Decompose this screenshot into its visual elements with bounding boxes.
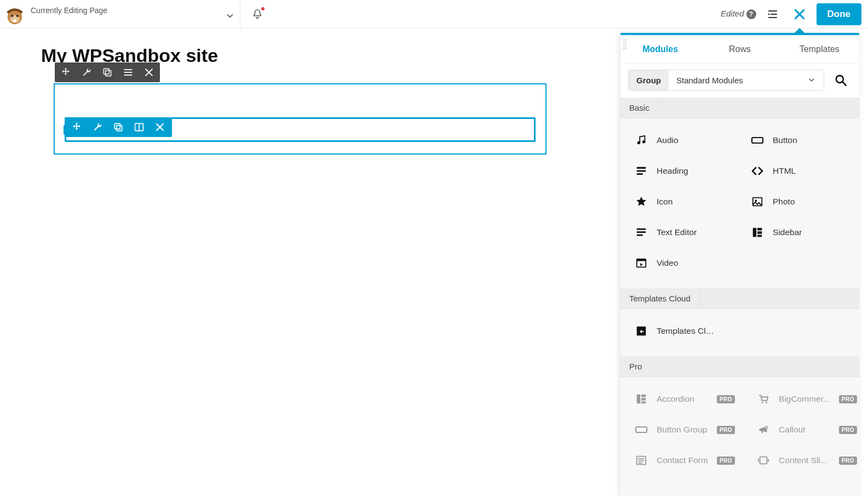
svg-rect-8 [114,123,120,129]
remove-icon[interactable] [142,66,156,79]
module-templates-cloud[interactable]: Templates Cloud [624,318,856,344]
module-contact-form[interactable]: Contact FormPRO [624,447,746,474]
module-text-editor[interactable]: Text Editor [624,219,740,246]
topbar-right: Edited? Done [721,3,861,25]
module-bigcommerce[interactable]: BigCommer...PRO [746,386,859,412]
move-icon[interactable] [70,121,83,134]
pro-badge: PRO [717,395,735,403]
megaphone-icon [757,423,770,436]
group-selector-row: Group Standard Modules [620,64,859,98]
svg-rect-7 [106,71,111,76]
wrench-icon[interactable] [80,66,93,79]
module-button[interactable]: Button [740,127,856,153]
tab-modules[interactable]: Modules [620,35,700,63]
edited-label: Edited? [721,9,756,19]
panel-tabs: Modules Rows Templates [620,35,859,64]
group-label: Group [629,70,669,90]
module-heading[interactable]: Heading [624,158,740,184]
button-group-icon [635,423,648,436]
svg-point-37 [765,426,768,429]
pro-badge: PRO [839,395,857,403]
outline-button[interactable] [764,5,783,24]
svg-rect-9 [117,126,122,131]
section-pro-header: Pro [620,356,651,377]
svg-rect-20 [637,229,646,230]
svg-rect-16 [637,170,646,172]
svg-rect-39 [760,457,767,464]
column-outline[interactable] [65,117,536,142]
group-value-text: Standard Modules [676,76,743,85]
divider [240,0,240,28]
svg-rect-26 [757,235,762,237]
module-sidebar[interactable]: Sidebar [740,219,856,246]
svg-rect-28 [637,259,646,261]
sidebar-icon [751,226,764,239]
audio-icon [635,134,648,147]
module-content-slider[interactable]: Content Sli...PRO [746,447,859,474]
menu-icon[interactable] [122,66,135,79]
group-value: Standard Modules [669,70,824,90]
group-select[interactable]: Group Standard Modules [628,70,824,91]
photo-icon [751,195,764,208]
svg-rect-36 [636,427,647,432]
module-video[interactable]: Video [624,250,740,276]
topbar-left: Currently Editing Page [4,2,240,26]
svg-point-3 [16,14,19,16]
panel-drag-handle[interactable] [623,39,627,49]
search-button[interactable] [830,69,852,91]
module-button-group[interactable]: Button GroupPRO [624,417,746,443]
svg-rect-22 [637,235,643,236]
duplicate-icon[interactable] [101,66,114,79]
pro-badge: PRO [839,426,857,434]
notification-dot-icon [261,7,265,10]
content-panel: Modules Rows Templates Group Standard Mo… [620,33,859,496]
svg-rect-6 [104,69,109,74]
row-toolbar [55,62,160,82]
move-icon[interactable] [59,66,72,79]
video-icon [635,256,648,270]
svg-rect-14 [752,138,763,143]
module-audio[interactable]: Audio [624,127,740,153]
help-icon[interactable]: ? [746,9,756,19]
templates-cloud-icon [635,324,648,338]
svg-rect-23 [753,228,756,237]
beaver-logo-icon [4,5,25,26]
row-outline[interactable] [54,83,547,155]
module-photo[interactable]: Photo [740,189,856,215]
page-dropdown-chevron[interactable] [220,6,240,26]
close-icon [792,7,807,21]
panel-scroll[interactable]: Basic Audio Button Heading HTML Icon Pho… [620,98,859,496]
remove-icon[interactable] [153,121,166,134]
notifications-button[interactable] [245,2,270,27]
module-accordion[interactable]: AccordionPRO [624,386,746,412]
tab-rows[interactable]: Rows [700,35,779,63]
duplicate-icon[interactable] [112,121,125,134]
svg-point-13 [642,140,646,144]
section-basic-header: Basic [620,98,659,118]
svg-rect-25 [757,231,762,234]
html-icon [751,164,764,178]
module-callout[interactable]: CalloutPRO [746,417,859,443]
svg-point-34 [762,402,763,403]
done-button[interactable]: Done [817,3,862,25]
svg-rect-17 [637,173,643,175]
module-icon[interactable]: Icon [624,189,740,215]
section-templates-cloud-header: Templates Cloud [620,288,700,309]
search-icon [833,73,848,87]
outline-icon [767,8,780,21]
close-panel-button[interactable] [790,5,809,24]
tab-templates[interactable]: Templates [780,35,859,63]
heading-icon [635,164,648,178]
svg-rect-4 [13,19,16,22]
form-icon [635,454,648,467]
module-html[interactable]: HTML [740,158,856,184]
columns-icon[interactable] [133,121,146,134]
wrench-icon[interactable] [91,121,104,134]
svg-point-5 [768,13,769,15]
star-icon [635,195,648,208]
pro-badge: PRO [839,457,857,465]
pro-badge: PRO [717,426,735,434]
text-icon [635,226,648,239]
basic-modules-grid: Audio Button Heading HTML Icon Photo Tex… [620,118,859,288]
pro-badge: PRO [717,457,735,465]
